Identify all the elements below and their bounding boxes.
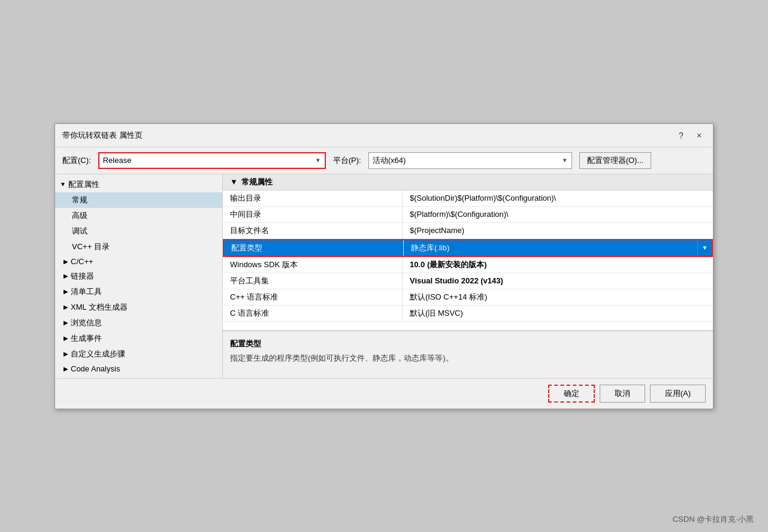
prop-value-int-dir[interactable]: $(Platform)\$(Configuration)\	[403, 207, 713, 221]
prop-name-config-type: 配置类型	[224, 240, 404, 256]
toolbar: 配置(C): Release ▼ 平台(P): 活动(x64) ▼ 配置管理器(…	[55, 147, 713, 174]
section-label: 常规属性	[241, 177, 273, 188]
description-title: 配置类型	[230, 338, 706, 349]
apply-button[interactable]: 应用(A)	[650, 385, 706, 403]
dialog-title: 带你玩转双链表 属性页	[62, 130, 143, 141]
config-value: Release	[103, 156, 132, 165]
tree-group-linker[interactable]: ▶ 链接器	[55, 268, 222, 284]
tree-group-build-events-arrow: ▶	[64, 335, 68, 341]
prop-value-c-std[interactable]: 默认(旧 MSVC)	[403, 306, 713, 321]
config-manager-button[interactable]: 配置管理器(O)...	[579, 152, 652, 169]
ok-button[interactable]: 确定	[548, 385, 595, 403]
prop-name-c-std: C 语言标准	[223, 306, 403, 321]
button-bar: 确定 取消 应用(A)	[55, 378, 713, 409]
prop-row-output-dir: 输出目录 $(SolutionDir)$(Platform)\$(Configu…	[223, 191, 713, 207]
prop-value-cpp-std[interactable]: 默认(ISO C++14 标准)	[403, 289, 713, 305]
tree-group-custom-build[interactable]: ▶ 自定义生成步骤	[55, 346, 222, 362]
prop-name-toolset: 平台工具集	[223, 273, 403, 289]
tree-group-manifest[interactable]: ▶ 清单工具	[55, 284, 222, 300]
title-bar: 带你玩转双链表 属性页 ? ×	[55, 124, 713, 147]
platform-dropdown[interactable]: 活动(x64) ▼	[368, 152, 572, 169]
prop-row-target-name: 目标文件名 $(ProjectName)	[223, 223, 713, 239]
prop-name-output-dir: 输出目录	[223, 191, 403, 206]
prop-value-output-dir[interactable]: $(SolutionDir)$(Platform)\$(Configuratio…	[403, 191, 713, 205]
cancel-button[interactable]: 取消	[600, 385, 645, 403]
watermark: CSDN @卡拉肖克·小黑	[673, 514, 754, 525]
config-type-dropdown-arrow[interactable]: ▼	[697, 240, 712, 256]
prop-name-sdk: Windows SDK 版本	[223, 257, 403, 273]
platform-dropdown-arrow: ▼	[562, 157, 568, 164]
main-content: ▼ 配置属性 常规 高级 调试 VC++ 目录 ▶ C/C++ ▶ 链接器	[55, 174, 713, 378]
properties-table: ▼ 常规属性 输出目录 $(SolutionDir)$(Platform)\$(…	[223, 174, 713, 330]
left-panel: ▼ 配置属性 常规 高级 调试 VC++ 目录 ▶ C/C++ ▶ 链接器	[55, 174, 223, 378]
tree-root-label: 配置属性	[68, 179, 99, 190]
prop-name-cpp-std: C++ 语言标准	[223, 289, 403, 305]
prop-name-target-name: 目标文件名	[223, 223, 403, 238]
tree-group-linker-arrow: ▶	[64, 273, 68, 279]
prop-row-toolset: 平台工具集 Visual Studio 2022 (v143)	[223, 273, 713, 289]
right-panel: ▼ 常规属性 输出目录 $(SolutionDir)$(Platform)\$(…	[223, 174, 713, 378]
prop-row-c-std: C 语言标准 默认(旧 MSVC)	[223, 306, 713, 322]
config-label: 配置(C):	[62, 155, 91, 166]
section-arrow: ▼	[230, 177, 238, 186]
description-panel: 配置类型 指定要生成的程序类型(例如可执行文件、静态库，动态库等等)。	[223, 330, 713, 378]
tree-root[interactable]: ▼ 配置属性	[55, 177, 222, 192]
tree-item-debug[interactable]: 调试	[55, 223, 222, 239]
tree-group-xml-arrow: ▶	[64, 304, 68, 310]
help-button[interactable]: ?	[675, 129, 688, 142]
prop-value-config-type[interactable]: 静态库(.lib)	[404, 240, 697, 256]
prop-row-sdk: Windows SDK 版本 10.0 (最新安装的版本)	[223, 257, 713, 273]
tree-item-general[interactable]: 常规	[55, 192, 222, 208]
close-button[interactable]: ×	[693, 129, 706, 142]
main-dialog: 带你玩转双链表 属性页 ? × 配置(C): Release ▼ 平台(P): …	[55, 123, 713, 409]
tree-group-code-analysis-arrow: ▶	[64, 365, 68, 372]
prop-row-int-dir: 中间目录 $(Platform)\$(Configuration)\	[223, 207, 713, 223]
prop-value-sdk[interactable]: 10.0 (最新安装的版本)	[403, 257, 713, 273]
title-bar-buttons: ? ×	[675, 129, 706, 142]
tree-group-build-events[interactable]: ▶ 生成事件	[55, 331, 222, 346]
prop-value-target-name[interactable]: $(ProjectName)	[403, 223, 713, 237]
tree-root-arrow: ▼	[60, 181, 66, 188]
config-dropdown-arrow: ▼	[315, 157, 321, 164]
config-dropdown[interactable]: Release ▼	[98, 152, 326, 169]
prop-row-cpp-std: C++ 语言标准 默认(ISO C++14 标准)	[223, 289, 713, 306]
tree-group-manifest-arrow: ▶	[64, 288, 68, 295]
tree-group-xml[interactable]: ▶ XML 文档生成器	[55, 300, 222, 315]
tree-group-browse-arrow: ▶	[64, 319, 68, 326]
prop-row-config-type: 配置类型 静态库(.lib) ▼	[223, 239, 713, 257]
prop-value-toolset[interactable]: Visual Studio 2022 (v143)	[403, 274, 713, 288]
prop-name-int-dir: 中间目录	[223, 207, 403, 222]
tree-group-cpp-arrow: ▶	[64, 258, 68, 265]
tree-group-browse[interactable]: ▶ 浏览信息	[55, 315, 222, 331]
tree-group-cpp[interactable]: ▶ C/C++	[55, 255, 222, 268]
tree-item-advanced[interactable]: 高级	[55, 208, 222, 223]
tree-group-code-analysis[interactable]: ▶ Code Analysis	[55, 362, 222, 376]
platform-label: 平台(P):	[333, 155, 361, 166]
description-text: 指定要生成的程序类型(例如可执行文件、静态库，动态库等等)。	[230, 353, 706, 364]
tree-item-vc-dirs[interactable]: VC++ 目录	[55, 239, 222, 255]
tree-group-custom-build-arrow: ▶	[64, 350, 68, 357]
platform-value: 活动(x64)	[373, 155, 406, 166]
section-header: ▼ 常规属性	[223, 174, 713, 191]
